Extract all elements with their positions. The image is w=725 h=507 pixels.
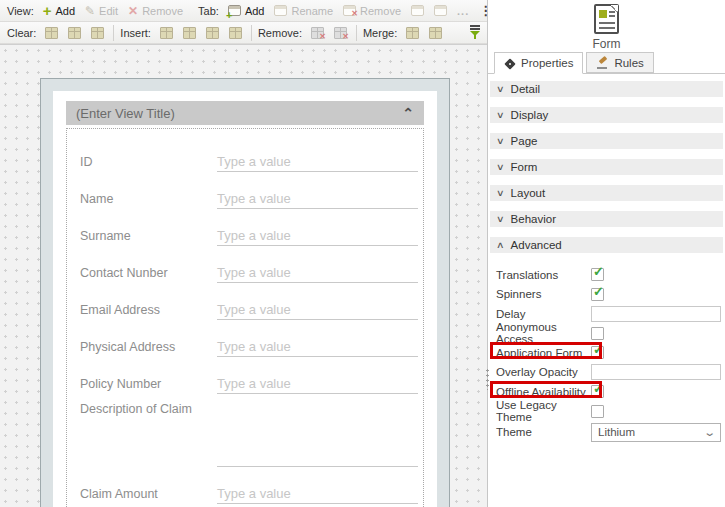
field-label: Surname — [80, 229, 217, 246]
property-section-header[interactable]: Form — [490, 159, 723, 175]
field-input[interactable] — [217, 394, 418, 467]
tab-remove-button: ✕ Remove — [338, 3, 406, 19]
property-checkbox[interactable] — [591, 268, 604, 281]
toolbar-separator — [113, 25, 114, 41]
field-input[interactable]: Type a value — [217, 154, 418, 172]
section-label: Layout — [511, 187, 546, 199]
property-section-header[interactable]: Behavior — [490, 211, 723, 227]
chevron-icon — [496, 162, 505, 172]
property-checkbox[interactable] — [591, 405, 604, 418]
toolbar-separator — [356, 25, 357, 41]
merge-row-button[interactable] — [424, 25, 447, 41]
field-input[interactable]: Type a value — [217, 376, 418, 394]
property-select[interactable]: Lithium ⌄ — [591, 423, 721, 442]
toolbar-row-view-tab: View: + Add ✎ Edit ✕ Remove Tab: + Add R… — [0, 0, 487, 22]
merge-group-label: Merge: — [363, 27, 397, 39]
view-title: (Enter View Title) — [76, 106, 175, 121]
merge-row-icon — [429, 27, 442, 39]
plus-icon: + — [43, 5, 52, 17]
tab-add-button[interactable]: + Add — [223, 3, 270, 19]
property-section-header[interactable]: Detail — [490, 81, 723, 97]
field-input[interactable]: Type a value — [217, 486, 418, 504]
insert-row-below-button[interactable] — [224, 25, 247, 41]
property-text-input[interactable] — [591, 306, 721, 322]
insert-column-right-button[interactable] — [178, 25, 201, 41]
property-row: Theme Lithium ⌄ — [488, 422, 723, 442]
collapse-view-icon[interactable]: ⌃ — [402, 105, 414, 121]
tab-move-right-icon — [434, 5, 447, 16]
panel-tabs: Properties Rules — [488, 52, 725, 74]
section-label: Advanced — [511, 239, 562, 251]
property-row: Delay — [488, 305, 723, 322]
more-options-button: ... — [452, 3, 474, 19]
clear-row-button[interactable] — [63, 25, 86, 41]
property-sections: Detail Display Page Form Layout — [488, 74, 725, 253]
selected-control-label: Form — [488, 37, 725, 51]
field-input[interactable]: Type a value — [217, 228, 418, 246]
chevron-icon — [496, 136, 505, 146]
property-label: Offline Availability — [496, 386, 591, 398]
properties-panel: Form Properties Rules Detail — [487, 0, 725, 507]
field-input[interactable]: Type a value — [217, 265, 418, 283]
tag-icon — [504, 57, 516, 69]
remove-row-icon: ✕ — [334, 27, 347, 39]
property-checkbox[interactable] — [591, 288, 604, 301]
panel-tab[interactable]: Rules — [586, 52, 653, 73]
insert-column-right-icon — [183, 27, 196, 39]
field-input[interactable]: Type a value — [217, 302, 418, 320]
remove-column-button[interactable]: ✕ — [306, 25, 329, 41]
panel-tab-label: Rules — [614, 57, 643, 69]
clear-contents-button[interactable] — [40, 25, 63, 41]
advanced-properties: Translations Spinners Delay — [488, 263, 725, 442]
merge-cells-icon — [406, 27, 419, 39]
field-row: Description of Claim — [80, 394, 418, 467]
clear-all-button[interactable] — [86, 25, 109, 41]
property-section-header[interactable]: Page — [490, 133, 723, 149]
insert-column-left-button[interactable] — [155, 25, 178, 41]
field-row: ID Type a value — [80, 135, 418, 172]
section-label: Detail — [511, 83, 540, 95]
section-label: Behavior — [511, 213, 556, 225]
field-label: Policy Number — [80, 377, 217, 394]
view-header[interactable]: (Enter View Title) ⌃ — [66, 101, 424, 125]
field-label: Physical Address — [80, 340, 217, 357]
property-text-input[interactable] — [591, 364, 721, 380]
design-canvas[interactable]: (Enter View Title) ⌃ ID Type a value Nam… — [0, 45, 487, 507]
merge-cells-button[interactable] — [401, 25, 424, 41]
remove-column-icon: ✕ — [311, 27, 324, 39]
panel-tab-label: Properties — [521, 57, 573, 69]
field-placeholder: Type a value — [217, 154, 291, 169]
property-section-header[interactable]: Advanced — [490, 237, 723, 253]
field-input[interactable]: Type a value — [217, 339, 418, 357]
view-add-button[interactable]: + Add — [38, 3, 80, 19]
field-placeholder: Type a value — [217, 228, 291, 243]
property-checkbox[interactable] — [591, 346, 604, 359]
field-row: Physical Address Type a value — [80, 320, 418, 357]
form-surface[interactable]: (Enter View Title) ⌃ ID Type a value Nam… — [53, 91, 437, 507]
panel-tab[interactable]: Properties — [494, 52, 583, 74]
chevron-icon — [496, 240, 505, 250]
pencil-icon: ✎ — [85, 4, 95, 18]
field-label: Contact Nunber — [80, 266, 217, 283]
section-label: Page — [511, 135, 538, 147]
gavel-icon — [596, 57, 609, 69]
property-section-header[interactable]: Display — [490, 107, 723, 123]
property-label: Anonymous Access — [496, 321, 591, 345]
clear-contents-icon — [45, 27, 58, 39]
form-container[interactable]: (Enter View Title) ⌃ ID Type a value Nam… — [40, 78, 450, 507]
clear-group-label: Clear: — [7, 27, 36, 39]
property-label: Theme — [496, 426, 591, 438]
property-section-header[interactable]: Layout — [490, 185, 723, 201]
chevron-icon — [496, 110, 505, 120]
field-row: Email Address Type a value — [80, 283, 418, 320]
tab-move-right-button — [429, 3, 452, 18]
property-checkbox[interactable] — [591, 385, 604, 398]
remove-row-button[interactable]: ✕ — [329, 25, 352, 41]
tab-remove-icon: ✕ — [343, 5, 356, 16]
insert-row-above-button[interactable] — [201, 25, 224, 41]
property-row: Overlay Opacity — [488, 364, 723, 381]
field-input[interactable]: Type a value — [217, 191, 418, 209]
filter-icon[interactable] — [469, 25, 481, 40]
property-checkbox[interactable] — [591, 327, 604, 340]
clear-all-icon — [91, 27, 104, 39]
